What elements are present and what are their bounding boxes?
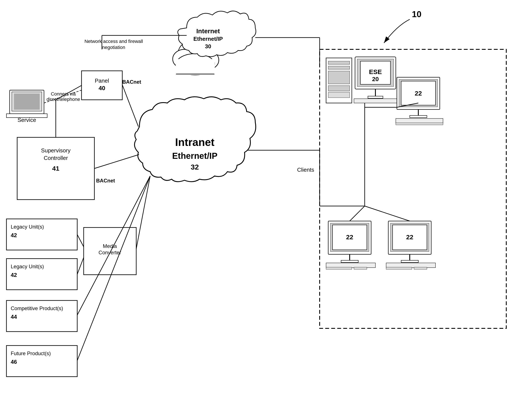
svg-text:Panel: Panel — [95, 77, 109, 84]
svg-rect-60 — [401, 81, 435, 105]
svg-text:41: 41 — [52, 165, 59, 172]
svg-line-103 — [77, 235, 84, 247]
svg-text:Converter: Converter — [98, 250, 121, 255]
svg-line-93 — [122, 85, 138, 127]
svg-rect-42 — [7, 114, 47, 118]
svg-rect-47 — [328, 71, 350, 84]
svg-rect-68 — [332, 225, 367, 250]
svg-line-107 — [77, 176, 150, 360]
svg-rect-80 — [401, 260, 418, 262]
svg-text:Ethernet/IP: Ethernet/IP — [193, 36, 223, 42]
svg-line-102 — [365, 206, 410, 221]
svg-rect-7 — [176, 59, 214, 75]
svg-rect-77 — [393, 225, 427, 250]
svg-rect-30 — [84, 227, 136, 275]
svg-line-106 — [77, 176, 150, 315]
svg-text:44: 44 — [11, 314, 17, 320]
svg-text:42: 42 — [11, 272, 17, 278]
svg-text:32: 32 — [191, 163, 199, 171]
svg-text:Future Product(s): Future Product(s) — [11, 351, 51, 356]
svg-rect-40 — [12, 92, 42, 111]
svg-text:Legacy Unit(s): Legacy Unit(s) — [11, 263, 44, 269]
svg-text:Network access and firewall: Network access and firewall — [85, 39, 143, 44]
svg-rect-83 — [414, 267, 427, 269]
svg-text:22: 22 — [415, 90, 422, 97]
svg-text:BACnet: BACnet — [96, 178, 115, 183]
svg-rect-27 — [7, 259, 77, 290]
svg-rect-81 — [386, 263, 435, 268]
diagram: 10 Internet Ether — [0, 0, 514, 420]
svg-rect-49 — [328, 92, 350, 98]
svg-text:Ethernet/IP: Ethernet/IP — [172, 151, 217, 161]
svg-rect-36 — [7, 345, 77, 377]
svg-rect-82 — [386, 267, 412, 269]
svg-line-109 — [56, 85, 81, 100]
svg-rect-66 — [328, 221, 371, 254]
svg-rect-46 — [328, 66, 350, 69]
svg-point-6 — [176, 54, 214, 75]
svg-text:Legacy Unit(s): Legacy Unit(s) — [11, 224, 44, 230]
svg-text:Connect via: Connect via — [51, 91, 76, 97]
svg-point-3 — [178, 40, 212, 68]
svg-text:22: 22 — [346, 233, 353, 240]
svg-text:Controller: Controller — [44, 155, 68, 161]
diagram-svg: 10 Internet Ether — [0, 0, 514, 420]
svg-text:Internet: Internet — [196, 28, 220, 35]
svg-line-95 — [94, 155, 139, 168]
svg-rect-24 — [7, 219, 77, 250]
svg-line-84 — [44, 90, 81, 103]
svg-rect-76 — [390, 223, 429, 252]
svg-line-100 — [397, 103, 418, 107]
svg-text:Supervisory: Supervisory — [41, 147, 70, 154]
svg-rect-20 — [17, 137, 94, 200]
svg-text:10: 10 — [412, 9, 422, 19]
svg-line-105 — [136, 176, 150, 249]
svg-rect-65 — [396, 123, 443, 125]
svg-text:Intranet: Intranet — [175, 136, 214, 148]
svg-text:ESE: ESE — [369, 68, 382, 75]
svg-rect-63 — [410, 115, 427, 118]
svg-text:negotiation: negotiation — [102, 45, 125, 50]
svg-rect-75 — [388, 221, 431, 254]
svg-rect-73 — [326, 267, 352, 269]
svg-line-101 — [350, 206, 365, 221]
svg-text:20: 20 — [372, 76, 379, 82]
svg-rect-50 — [355, 57, 396, 89]
svg-rect-67 — [330, 223, 369, 252]
svg-rect-2 — [320, 49, 506, 328]
svg-rect-45 — [328, 61, 350, 64]
svg-rect-39 — [10, 90, 44, 114]
svg-text:Clients: Clients — [297, 166, 314, 173]
svg-point-4 — [173, 49, 196, 69]
svg-rect-58 — [397, 77, 440, 109]
svg-rect-71 — [341, 260, 358, 262]
svg-text:Competitive Product(s): Competitive Product(s) — [11, 305, 63, 311]
svg-rect-57 — [354, 99, 401, 103]
svg-rect-74 — [354, 267, 367, 269]
svg-rect-33 — [7, 300, 77, 332]
svg-rect-41 — [14, 94, 40, 110]
svg-rect-48 — [328, 86, 350, 91]
svg-text:40: 40 — [98, 85, 105, 91]
svg-text:22: 22 — [406, 233, 413, 240]
svg-rect-72 — [326, 263, 375, 268]
svg-point-5 — [195, 50, 219, 70]
svg-text:30: 30 — [205, 43, 211, 50]
svg-rect-17 — [81, 71, 122, 100]
svg-text:Media: Media — [103, 243, 117, 249]
svg-rect-44 — [326, 58, 352, 103]
svg-rect-56 — [368, 96, 383, 98]
svg-rect-51 — [357, 59, 394, 86]
svg-text:46: 46 — [11, 359, 17, 365]
svg-rect-52 — [360, 61, 390, 84]
svg-rect-64 — [396, 119, 443, 123]
svg-line-104 — [77, 257, 84, 274]
svg-text:Service: Service — [18, 117, 36, 123]
svg-text:direct/telephone: direct/telephone — [47, 97, 80, 102]
svg-text:BACnet: BACnet — [122, 79, 141, 85]
svg-rect-59 — [399, 79, 438, 107]
svg-text:42: 42 — [11, 232, 17, 239]
